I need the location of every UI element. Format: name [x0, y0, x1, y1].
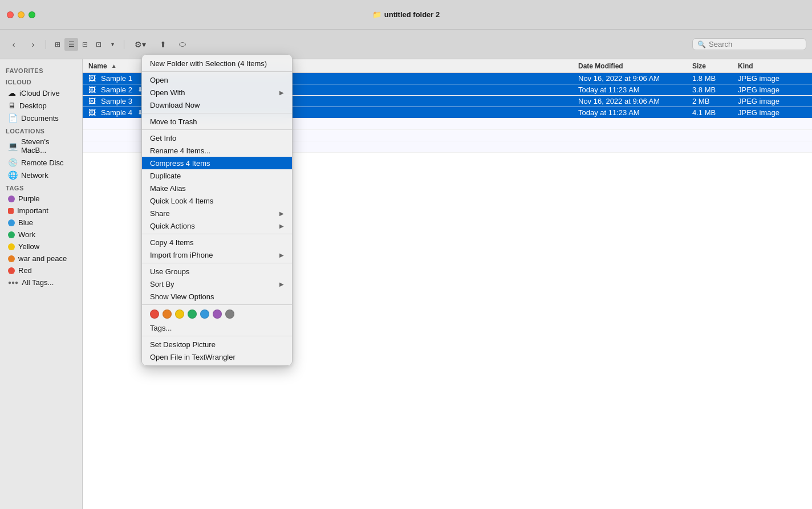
sidebar-item-documents[interactable]: 📄 Documents — [2, 112, 80, 124]
sidebar-item-war-and-peace[interactable]: war and peace — [2, 253, 80, 264]
menu-label: Move to Trash — [150, 117, 197, 126]
close-button[interactable] — [7, 11, 14, 18]
nav-back-button[interactable]: ‹ — [6, 38, 22, 51]
menu-label: Get Info — [150, 134, 176, 142]
desktop-icon: 🖥 — [8, 101, 16, 110]
view-gallery-button[interactable]: ⊡ — [92, 38, 105, 51]
menu-item-use-groups[interactable]: Use Groups — [142, 265, 292, 278]
view-buttons: ⊞ ☰ ⊟ ⊡ ▾ — [51, 38, 119, 51]
sort-arrow: ▲ — [111, 63, 117, 69]
submenu-arrow: ▶ — [279, 281, 284, 287]
tags-button[interactable]: ⬭ — [174, 38, 190, 51]
menu-label: Set Desktop Picture — [150, 340, 216, 349]
menu-separator — [142, 304, 292, 305]
sidebar-item-all-tags[interactable]: ●●● All Tags... — [2, 276, 80, 288]
menu-separator — [142, 71, 292, 72]
menu-item-open-textwrangler[interactable]: Open File in TextWrangler — [142, 351, 292, 363]
menu-label: Open With — [150, 88, 185, 97]
menu-label: Quick Actions — [150, 222, 195, 230]
menu-item-quick-actions[interactable]: Quick Actions ▶ — [142, 219, 292, 232]
column-modified[interactable]: Date Modified — [578, 62, 692, 70]
tag-color-gray[interactable] — [225, 310, 234, 319]
menu-item-copy-items[interactable]: Copy 4 Items — [142, 236, 292, 249]
menu-item-duplicate[interactable]: Duplicate — [142, 169, 292, 182]
file-icon: 🖼 — [88, 85, 96, 94]
sidebar-item-important[interactable]: Important — [2, 205, 80, 217]
menu-label: Open — [150, 76, 168, 84]
menu-item-compress[interactable]: Compress 4 Items — [142, 157, 292, 169]
context-menu: New Folder with Selection (4 Items) Open… — [141, 54, 293, 366]
view-more-button[interactable]: ▾ — [105, 38, 119, 51]
tag-color-green[interactable] — [188, 310, 197, 319]
file-size: 4.1 MB — [692, 108, 738, 117]
menu-item-tags[interactable]: Tags... — [142, 321, 292, 334]
column-kind[interactable]: Kind — [738, 62, 806, 70]
tag-color-yellow[interactable] — [175, 310, 184, 319]
share-button[interactable]: ⬆ — [155, 38, 171, 51]
file-modified: Nov 16, 2022 at 9:06 AM — [578, 97, 692, 105]
nav-forward-button[interactable]: › — [25, 38, 41, 51]
war-peace-tag-dot — [8, 255, 15, 262]
menu-label: Make Alias — [150, 184, 186, 193]
menu-label: Use Groups — [150, 267, 189, 276]
minimize-button[interactable] — [18, 11, 25, 18]
folder-icon: 📁 — [372, 10, 381, 19]
menu-item-move-to-trash[interactable]: Move to Trash — [142, 115, 292, 128]
menu-separator — [142, 336, 292, 336]
tag-color-orange[interactable] — [163, 310, 172, 319]
menu-item-make-alias[interactable]: Make Alias — [142, 182, 292, 194]
menu-label: Tags... — [150, 324, 172, 332]
tag-color-purple[interactable] — [213, 310, 222, 319]
fullscreen-button[interactable] — [29, 11, 35, 18]
menu-item-quick-look[interactable]: Quick Look 4 Items — [142, 194, 292, 207]
toolbar: ‹ › ⊞ ☰ ⊟ ⊡ ▾ ⚙▾ ⬆ ⬭ 🔍 — [0, 30, 812, 59]
search-bar: 🔍 — [692, 38, 806, 50]
menu-label: New Folder with Selection (4 Items) — [150, 59, 267, 68]
menu-tags-row — [142, 307, 292, 321]
menu-separator — [142, 263, 292, 263]
sidebar-item-desktop[interactable]: 🖥 Desktop — [2, 99, 80, 112]
view-icon-button[interactable]: ⊞ — [51, 38, 64, 51]
search-icon: 🔍 — [697, 40, 706, 48]
sidebar-item-network[interactable]: 🌐 Network — [2, 169, 80, 181]
search-input[interactable] — [709, 40, 801, 48]
sidebar-item-blue[interactable]: Blue — [2, 217, 80, 229]
locations-header: Locations — [0, 124, 82, 136]
menu-item-new-folder-selection[interactable]: New Folder with Selection (4 Items) — [142, 57, 292, 70]
sidebar-item-stevens-mac[interactable]: 💻 Steven's MacB... — [2, 136, 80, 156]
tag-color-blue[interactable] — [200, 310, 209, 319]
work-tag-dot — [8, 231, 15, 238]
menu-label: Share — [150, 209, 170, 218]
menu-item-get-info[interactable]: Get Info — [142, 132, 292, 144]
titlebar: 📁 untitled folder 2 — [0, 0, 812, 30]
file-modified: Nov 16, 2022 at 9:06 AM — [578, 74, 692, 83]
traffic-lights — [7, 11, 35, 18]
menu-item-import-iphone[interactable]: Import from iPhone ▶ — [142, 249, 292, 261]
sidebar-item-remote-disc[interactable]: 💿 Remote Disc — [2, 156, 80, 169]
favorites-header: Favorites — [0, 64, 82, 75]
menu-item-sort-by[interactable]: Sort By ▶ — [142, 278, 292, 290]
menu-label: Copy 4 Items — [150, 238, 194, 247]
file-name: Sample 3 — [101, 97, 132, 105]
window-title: 📁 untitled folder 2 — [372, 10, 440, 19]
menu-item-download-now[interactable]: Download Now — [142, 99, 292, 111]
sidebar-item-purple[interactable]: Purple — [2, 193, 80, 205]
menu-item-set-desktop-picture[interactable]: Set Desktop Picture — [142, 338, 292, 351]
view-list-button[interactable]: ☰ — [64, 38, 78, 51]
menu-item-show-view-options[interactable]: Show View Options — [142, 290, 292, 303]
tag-color-red[interactable] — [150, 310, 159, 319]
submenu-arrow: ▶ — [279, 252, 284, 258]
sidebar-item-work[interactable]: Work — [2, 229, 80, 241]
menu-item-share[interactable]: Share ▶ — [142, 207, 292, 219]
column-size[interactable]: Size — [692, 62, 738, 70]
view-column-button[interactable]: ⊟ — [78, 38, 92, 51]
submenu-arrow: ▶ — [279, 210, 284, 217]
menu-item-open[interactable]: Open — [142, 74, 292, 86]
menu-item-open-with[interactable]: Open With ▶ — [142, 86, 292, 99]
menu-item-rename[interactable]: Rename 4 Items... — [142, 144, 292, 157]
sidebar-item-yellow[interactable]: Yellow — [2, 241, 80, 253]
sidebar-item-icloud-drive[interactable]: ☁ iCloud Drive — [2, 87, 80, 99]
sidebar-item-red[interactable]: Red — [2, 264, 80, 276]
menu-label: Duplicate — [150, 172, 181, 180]
actions-button[interactable]: ⚙▾ — [129, 38, 152, 51]
